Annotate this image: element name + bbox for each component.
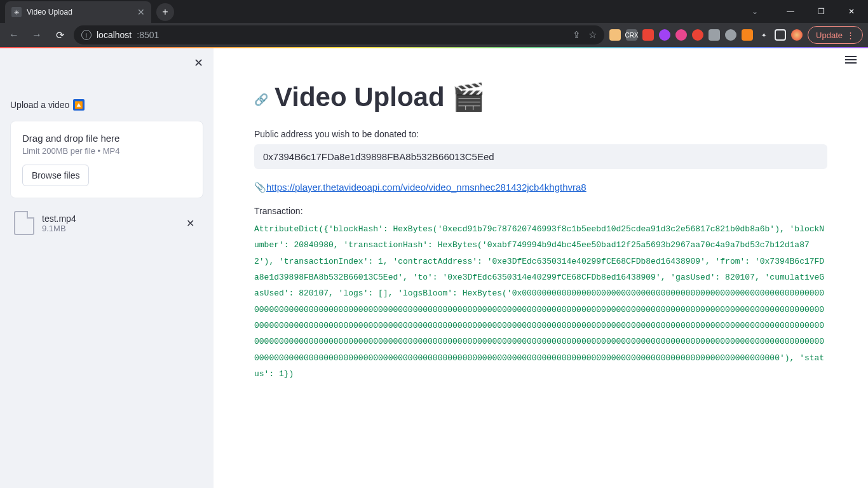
- sidebar: ✕ Upload a video 🔼 Drag and drop file he…: [0, 48, 214, 488]
- extension-icon[interactable]: [709, 29, 720, 41]
- sidepanel-icon[interactable]: [775, 29, 786, 41]
- window-close-button[interactable]: ✕: [837, 2, 865, 21]
- address-input[interactable]: [254, 144, 827, 169]
- transaction-output: AttributeDict({'blockHash': HexBytes('0x…: [254, 221, 827, 382]
- transaction-label: Transaction:: [254, 206, 827, 216]
- attachment-icon: 📎: [254, 182, 266, 193]
- favicon-icon: ✳: [11, 7, 22, 17]
- tab-title: Video Upload: [27, 8, 132, 17]
- window-controls: ⌄ ― ❐ ✕: [741, 0, 868, 23]
- file-size: 9.1MB: [42, 224, 76, 233]
- back-button[interactable]: ←: [5, 26, 23, 44]
- video-url-link[interactable]: https://player.thetavideoapi.com/video/v…: [266, 182, 587, 193]
- extension-icon[interactable]: [642, 29, 654, 41]
- file-remove-icon[interactable]: ✕: [181, 215, 200, 232]
- browser-toolbar: ← → ⟳ i localhost:8501 ⇪ ☆ CRX ✦ Update⋮: [0, 23, 868, 47]
- sidebar-close-icon[interactable]: ✕: [194, 56, 203, 70]
- url-port: :8501: [137, 30, 159, 40]
- file-icon: [14, 211, 34, 235]
- main-menu-icon[interactable]: [845, 56, 857, 64]
- extension-icon[interactable]: [725, 29, 736, 41]
- browse-files-button[interactable]: Browse files: [22, 165, 89, 186]
- dropzone-subtitle: Limit 200MB per file • MP4: [22, 146, 191, 156]
- extension-icon[interactable]: [659, 29, 670, 41]
- uploaded-file-row: test.mp4 9.1MB ✕: [10, 205, 203, 241]
- tab-search-icon[interactable]: ⌄: [741, 2, 769, 21]
- share-icon[interactable]: ⇪: [573, 29, 581, 41]
- new-tab-button[interactable]: +: [156, 3, 174, 21]
- uploader-label: Upload a video 🔼: [10, 99, 203, 111]
- extension-icon[interactable]: [692, 29, 703, 41]
- extensions-menu-icon[interactable]: ✦: [758, 29, 770, 41]
- extension-icon[interactable]: [609, 29, 621, 41]
- video-link-line: 📎https://player.thetavideoapi.com/video/…: [254, 182, 827, 193]
- address-input-label: Public address you wish to be donated to…: [254, 129, 827, 139]
- extensions-group: CRX ✦: [609, 29, 803, 41]
- window-minimize-button[interactable]: ―: [776, 2, 804, 21]
- browser-titlebar: ✳ Video Upload ✕ + ⌄ ― ❐ ✕: [0, 0, 868, 23]
- main-content: 🔗 Video Upload 🎬 Public address you wish…: [214, 48, 868, 488]
- address-bar[interactable]: i localhost:8501 ⇪ ☆: [74, 25, 604, 44]
- dropzone-title: Drag and drop file here: [22, 133, 191, 144]
- file-uploader[interactable]: Drag and drop file here Limit 200MB per …: [10, 121, 203, 198]
- profile-avatar[interactable]: [791, 29, 803, 41]
- window-maximize-button[interactable]: ❐: [807, 2, 835, 21]
- page-title: Video Upload 🎬: [275, 81, 485, 112]
- browser-tab[interactable]: ✳ Video Upload ✕: [5, 1, 151, 23]
- site-info-icon[interactable]: i: [81, 30, 92, 40]
- up-arrow-icon: 🔼: [73, 99, 85, 111]
- extension-icon[interactable]: [742, 29, 753, 41]
- extension-icon[interactable]: CRX: [626, 29, 637, 41]
- file-name: test.mp4: [42, 214, 76, 224]
- forward-button[interactable]: →: [28, 26, 46, 44]
- tab-close-icon[interactable]: ✕: [137, 7, 145, 17]
- url-host: localhost: [97, 30, 132, 40]
- extension-icon[interactable]: [675, 29, 687, 41]
- bookmark-icon[interactable]: ☆: [588, 29, 597, 41]
- reload-button[interactable]: ⟳: [51, 26, 69, 44]
- update-button[interactable]: Update⋮: [808, 26, 863, 44]
- anchor-link-icon[interactable]: 🔗: [254, 93, 268, 107]
